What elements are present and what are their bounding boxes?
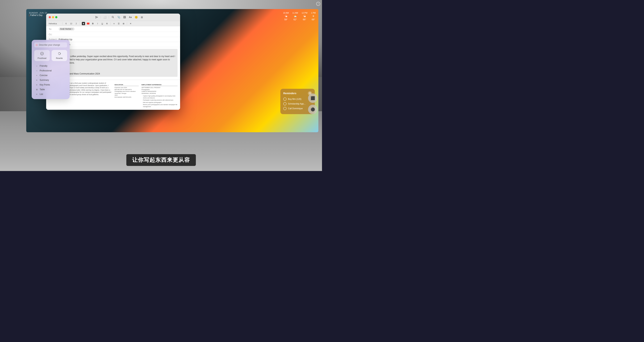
close-button[interactable] [49,16,51,18]
writing-tools-panel: ⊙ Describe your change Proofread Rewrite [32,40,70,99]
table-label: Table [40,88,45,91]
list-icon: ≡ [35,93,38,96]
format-divider-2 [80,22,80,25]
employment-bullet-4: Mentor junior photographers and maintain… [142,104,178,108]
format-size-3: 2 [74,23,78,25]
info-icon[interactable]: i [316,2,320,6]
tool-key-points[interactable]: ≡ Key Points [34,82,67,87]
tool-professional[interactable]: ○ Professional [34,68,67,73]
tool-list[interactable]: ≡ List [34,92,67,97]
format-align-center[interactable]: ☰ [117,22,120,25]
reminder-text-3: Call Dominique [288,107,303,110]
window-icon[interactable]: ⬜ [103,16,106,19]
proofread-button[interactable]: Proofread [34,50,50,61]
reminder-item-1[interactable]: Buy film (120) [283,98,312,101]
search-icon[interactable] [111,16,115,19]
attachment-icon[interactable]: 📎 [117,16,120,19]
education-detail2: BACHELOR OF FINE ARTS [114,89,139,91]
right-side-icons: ⬛ ⚫ [308,94,318,114]
resume-bio: I am a third-year student undergraduate … [70,82,112,108]
reminders-title: Reminders [283,92,296,95]
employment-bullet-3: Edit and organize photographs [142,102,178,104]
format-more[interactable]: ✕ [129,22,132,25]
education-detail6: EXCHANGE CERTIFICATE [114,96,139,98]
emoji-icon[interactable]: 🙂 [134,16,138,19]
rewrite-button[interactable]: Rewrite [52,50,67,61]
toolbar-divider-2 [109,16,109,19]
weather-time-4: 1 PM [311,12,316,14]
format-align-left[interactable]: ≡ [112,22,116,25]
format-color-btn[interactable] [86,22,90,25]
professional-label: Professional [40,69,52,72]
cc-label: Cc: [49,33,59,36]
format-list-btn[interactable]: ⊞ [122,22,125,25]
summary-icon: ≡ [35,79,38,82]
traffic-lights [49,16,58,18]
rewrite-icon [58,52,61,56]
weather-temp-2: 62° [294,18,297,21]
rewrite-label: Rewrite [56,57,63,59]
employment-location: SAVANNAH, GEORGIA [142,93,178,95]
describe-change[interactable]: ⊙ Describe your change [34,42,67,48]
tool-summary[interactable]: ≡ Summary [34,78,67,82]
format-size: 6 [64,23,68,25]
to-label: To: [49,28,59,31]
format-underline-u[interactable]: U [101,22,104,25]
education-detail4: Savannah, Georgia [114,93,139,95]
education-detail1: Expected June 2024 [114,87,139,89]
education-detail3: Photography and French Literature [114,91,139,93]
tool-friendly[interactable]: ○ Friendly [34,64,67,68]
format-color-box [87,23,90,25]
key-points-icon: ≡ [35,83,38,86]
reminder-item-3[interactable]: Call Dominique [283,107,312,110]
photo-icon[interactable]: 🖼 [123,16,126,19]
date-day: SUNDAY, JUN 10 [29,12,47,14]
circle-icon-2: ⚫ [308,105,318,114]
weather-icon-3: 🌤 [303,15,306,18]
weather-time-1: 10 AM [283,12,289,14]
format-size-2: 12 [69,23,73,25]
resume-right-col: EDUCATION Expected June 2024 BACHELOR OF… [114,82,178,108]
subtitle-text: 让你写起东西来更从容 [132,157,190,163]
format-strikethrough[interactable]: S [105,22,108,25]
tool-concise[interactable]: + Concise [34,73,67,78]
reminder-text-1: Buy film (120) [288,98,301,100]
writing-tools-main-row: Proofread Rewrite [34,50,67,61]
proofread-icon [40,52,44,56]
window-chrome: ⬜ 📎 🖼 Aa 🙂 ⊞ [46,14,180,21]
font-icon[interactable]: Aa [128,16,132,19]
date-event: Father's Day [29,14,47,17]
format-bold-btn[interactable]: ■ [82,22,85,25]
employment-pub: CAMPUS NEWSPAPER [142,91,178,93]
proofread-label: Proofread [38,57,46,59]
weather-temp-3: 66° [303,18,306,21]
send-icon[interactable] [95,16,98,19]
format-bold-b[interactable]: B [91,22,94,25]
employment-date: SEPTEMBER 2021–PRESENT [142,87,178,89]
weather-temp-4: 68° [312,18,315,21]
weather-hour-4: 1 PM ☀ 68° [311,12,316,21]
employment-title: Photographer [142,89,178,91]
mail-to-field: To: Andi Herbst [46,26,180,32]
date-overlay: SUNDAY, JUN 10 Father's Day [29,12,47,17]
svg-line-1 [113,18,114,18]
describe-change-label: Describe your change [39,44,60,46]
maximize-button[interactable] [55,16,58,18]
education-col: EDUCATION Expected June 2024 BACHELOR OF… [114,84,139,108]
employment-col: EMPLOYMENT EXPERIENCE SEPTEMBER 2021–PRE… [142,84,178,108]
reminders-header: Reminders 3 [283,91,312,95]
employment-header: EMPLOYMENT EXPERIENCE [142,84,178,86]
weather-icon-2: ⛅ [294,15,297,18]
recipient-tag[interactable]: Andi Herbst [59,27,74,31]
format-italic-i[interactable]: I [96,22,99,25]
weather-time-2: 11 AM [292,12,298,14]
employment-bullet-1: Capture high-quality photographs to acco… [142,95,178,99]
employment-bullets-container: Capture high-quality photographs to acco… [142,95,178,108]
summary-label: Summary [40,79,49,81]
more-icon[interactable]: ⊞ [140,16,144,19]
tool-table[interactable]: ⊞ Table [34,87,67,92]
reminder-circle-1 [283,98,286,101]
describe-icon: ⊙ [36,44,38,46]
reminder-item-2[interactable]: Scholarship App... [283,102,312,105]
minimize-button[interactable] [52,16,54,18]
